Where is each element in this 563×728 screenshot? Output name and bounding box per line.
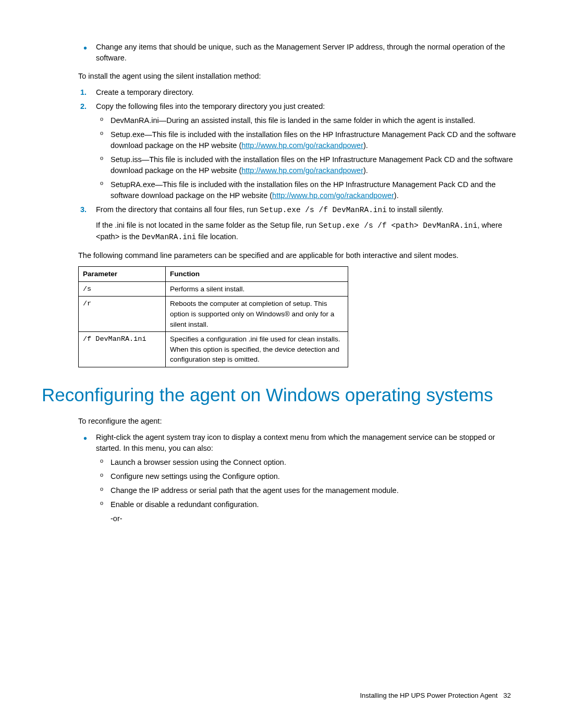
- top-bullet-list: Change any items that should be unique, …: [78, 42, 521, 64]
- page-footer: Installing the HP UPS Power Protection A…: [360, 691, 511, 701]
- reconf-sublist: Launch a browser session using the Conne…: [96, 457, 521, 510]
- page: Change any items that should be unique, …: [0, 0, 563, 728]
- top-bullet-item: Change any items that should be unique, …: [78, 42, 521, 64]
- step-1: 1. Create a temporary directory.: [78, 87, 521, 98]
- footer-page-number: 32: [504, 692, 511, 699]
- reconf-sub-b: Configure new settings using the Configu…: [96, 471, 521, 482]
- top-bullet-text: Change any items that should be unique, …: [96, 43, 505, 62]
- reconf-bullet-item: Right-click the agent system tray icon t…: [78, 432, 521, 524]
- step-2-sub-d: SetupRA.exe—This file is included with t…: [96, 179, 521, 201]
- step-2-sub-d-link[interactable]: http://www.hp.com/go/rackandpower: [272, 191, 394, 200]
- step-3: 3. From the directory that contains all …: [78, 204, 521, 243]
- step-2-sub-b-post: ).: [363, 141, 368, 150]
- table-header-row: Parameter Function: [79, 267, 348, 282]
- step-3-cmd: Setup.exe /s /f DevManRA.ini: [260, 206, 387, 214]
- step-2-text: Copy the following files into the tempor…: [96, 102, 325, 110]
- step-2-sub-d-post: ).: [394, 191, 399, 200]
- table-row: /r Reboots the computer at completion of…: [79, 297, 348, 332]
- reconf-intro: To reconfigure the agent:: [78, 416, 521, 427]
- table-cell-func: Specifies a configuration .ini file used…: [166, 332, 348, 367]
- reconf-sub-a-text: Launch a browser session using the Conne…: [111, 458, 286, 466]
- step-2-sub-c: Setup.iss—This file is included with the…: [96, 154, 521, 176]
- step-3-pre: From the directory that contains all fou…: [96, 205, 260, 214]
- reconf-sub-a: Launch a browser session using the Conne…: [96, 457, 521, 468]
- step-3-extra-post: file location.: [196, 232, 238, 241]
- step-3-number: 3.: [80, 204, 87, 215]
- step-2-sub-b-link[interactable]: http://www.hp.com/go/rackandpower: [241, 141, 363, 150]
- step-3-extra: If the .ini file is not located in the s…: [96, 220, 521, 243]
- step-3-post: to install silently.: [387, 205, 444, 214]
- table-row: /f DevManRA.ini Specifies a configuratio…: [79, 332, 348, 367]
- reconf-sub-d-text: Enable or disable a redundant configurat…: [111, 500, 259, 509]
- step-2: 2. Copy the following files into the tem…: [78, 101, 521, 201]
- step-2-sublist: DevManRA.ini—During an assisted install,…: [96, 115, 521, 201]
- table-header-function: Function: [166, 267, 348, 282]
- step-3-extra-cmd2: DevManRA.ini: [142, 233, 196, 241]
- table-row: /s Performs a silent install.: [79, 281, 348, 297]
- reconf-sub-b-text: Configure new settings using the Configu…: [111, 472, 280, 480]
- install-steps: 1. Create a temporary directory. 2. Copy…: [78, 87, 521, 243]
- step-1-text: Create a temporary directory.: [96, 88, 194, 96]
- step-2-number: 2.: [80, 101, 87, 112]
- heading-wrap: Reconfiguring the agent on Windows opera…: [42, 383, 521, 407]
- step-3-extra-pre: If the .ini file is not located in the s…: [96, 221, 319, 229]
- step-2-sub-b: Setup.exe—This file is included with the…: [96, 129, 521, 151]
- table-intro: The following command line parameters ca…: [78, 250, 521, 261]
- step-2-sub-a: DevManRA.ini—During an assisted install,…: [96, 115, 521, 126]
- table-cell-param: /s: [79, 281, 166, 297]
- reconf-or: -or-: [96, 513, 521, 524]
- table-cell-param: /f DevManRA.ini: [79, 332, 166, 367]
- footer-text: Installing the HP UPS Power Protection A…: [360, 692, 497, 699]
- table-header-parameter: Parameter: [79, 267, 166, 282]
- reconf-sub-c: Change the IP address or serial path tha…: [96, 485, 521, 496]
- section-heading: Reconfiguring the agent on Windows opera…: [42, 383, 521, 407]
- reconf-bullet-text: Right-click the agent system tray icon t…: [96, 433, 495, 452]
- reconf-bullets: Right-click the agent system tray icon t…: [78, 432, 521, 524]
- step-2-sub-a-text: DevManRA.ini—During an assisted install,…: [111, 116, 475, 125]
- step-1-number: 1.: [80, 87, 87, 98]
- step-2-sub-c-link[interactable]: http://www.hp.com/go/rackandpower: [241, 166, 363, 175]
- step-2-sub-c-post: ).: [363, 166, 368, 175]
- content-area: Change any items that should be unique, …: [42, 42, 521, 524]
- table-cell-func: Performs a silent install.: [166, 281, 348, 297]
- table-cell-func: Reboots the computer at completion of se…: [166, 297, 348, 332]
- reconf-sub-d: Enable or disable a redundant configurat…: [96, 499, 521, 510]
- table-cell-param: /r: [79, 297, 166, 332]
- params-table: Parameter Function /s Performs a silent …: [78, 266, 348, 367]
- step-3-extra-cmd1: Setup.exe /s /f <path> DevManRA.ini: [319, 221, 478, 230]
- reconf-sub-c-text: Change the IP address or serial path tha…: [111, 486, 399, 495]
- install-intro: To install the agent using the silent in…: [78, 71, 521, 82]
